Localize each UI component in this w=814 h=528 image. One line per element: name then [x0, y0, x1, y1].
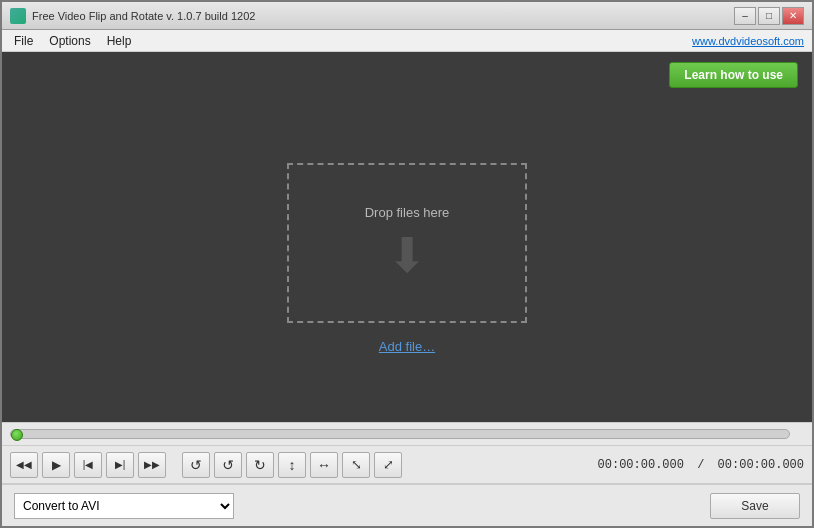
time-current: 00:00:00.000 — [598, 458, 684, 472]
controls-bar: ◀◀ ▶ |◀ ▶| ▶▶ ↺ ↻ ↻ ↕ ↔ ⤡ — [2, 446, 812, 484]
menu-options[interactable]: Options — [41, 32, 98, 50]
progress-area — [2, 422, 812, 446]
menu-bar: File Options Help www.dvdvideosoft.com — [2, 30, 812, 52]
skip-forward-btn[interactable]: ▶▶ — [138, 452, 166, 478]
flip-vert-btn[interactable]: ↕ — [278, 452, 306, 478]
time-total: 00:00:00.000 — [718, 458, 804, 472]
title-text: Free Video Flip and Rotate v. 1.0.7 buil… — [32, 10, 255, 22]
minimize-btn[interactable]: – — [734, 7, 756, 25]
rotate-ccw-btn[interactable]: ↺ — [182, 452, 210, 478]
main-drop-area[interactable]: Drop files here ⬇ Add file… — [2, 94, 812, 422]
format-select[interactable]: Convert to AVIConvert to MP4Convert to M… — [14, 493, 234, 519]
app-icon — [10, 8, 26, 24]
title-bar: Free Video Flip and Rotate v. 1.0.7 buil… — [2, 2, 812, 30]
save-btn[interactable]: Save — [710, 493, 800, 519]
rotate-180-btn[interactable]: ↻ — [214, 452, 242, 478]
drop-text: Drop files here — [365, 205, 450, 220]
bottom-bar: Convert to AVIConvert to MP4Convert to M… — [2, 484, 812, 526]
learn-how-to-use-btn[interactable]: Learn how to use — [669, 62, 798, 88]
learn-btn-container: Learn how to use — [2, 52, 812, 94]
step-forward-btn[interactable]: ▶| — [106, 452, 134, 478]
website-link[interactable]: www.dvdvideosoft.com — [692, 35, 804, 47]
flip-horiz-btn[interactable]: ↔ — [310, 452, 338, 478]
time-separator: / — [697, 458, 704, 472]
drop-arrow-icon: ⬇ — [387, 232, 427, 280]
window-controls: – □ ✕ — [734, 7, 804, 25]
skip-back-btn[interactable]: ◀◀ — [10, 452, 38, 478]
step-back-btn[interactable]: |◀ — [74, 452, 102, 478]
maximize-btn[interactable]: □ — [758, 7, 780, 25]
add-file-link[interactable]: Add file… — [379, 339, 435, 354]
rotate-cw-btn[interactable]: ↻ — [246, 452, 274, 478]
app-window: Free Video Flip and Rotate v. 1.0.7 buil… — [0, 0, 814, 528]
progress-indicator — [11, 429, 23, 441]
zoom-btn[interactable]: ⤢ — [374, 452, 402, 478]
menu-items: File Options Help — [6, 32, 139, 50]
format-select-wrapper: Convert to AVIConvert to MP4Convert to M… — [14, 493, 234, 519]
progress-bar[interactable] — [10, 429, 790, 439]
time-display: 00:00:00.000 / 00:00:00.000 — [598, 458, 804, 472]
drop-zone[interactable]: Drop files here ⬇ — [287, 163, 527, 323]
close-btn[interactable]: ✕ — [782, 7, 804, 25]
crop-btn[interactable]: ⤡ — [342, 452, 370, 478]
menu-help[interactable]: Help — [99, 32, 140, 50]
menu-file[interactable]: File — [6, 32, 41, 50]
play-btn[interactable]: ▶ — [42, 452, 70, 478]
title-bar-left: Free Video Flip and Rotate v. 1.0.7 buil… — [10, 8, 255, 24]
